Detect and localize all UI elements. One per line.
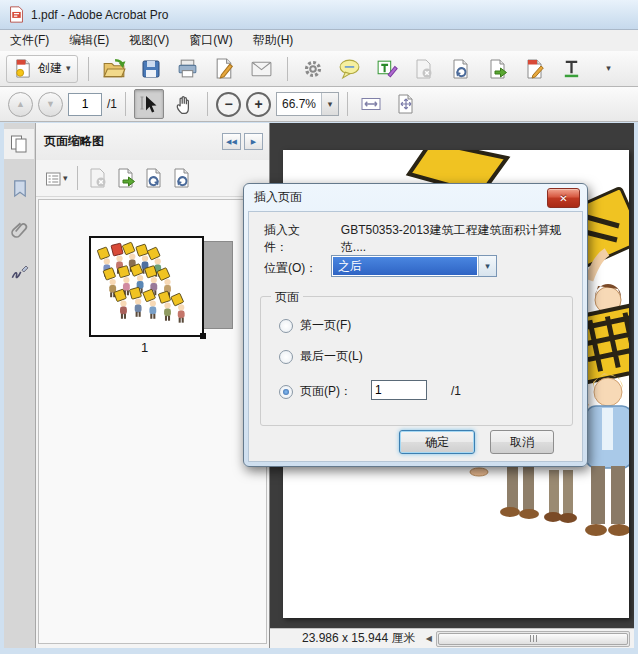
toolbar-separator — [287, 57, 288, 81]
save-floppy-icon — [140, 58, 162, 80]
paperclip-icon — [9, 220, 30, 241]
attachments-panel-button[interactable] — [4, 215, 34, 245]
menu-window[interactable]: 窗口(W) — [179, 30, 242, 51]
dialog-title-bar[interactable]: 插入页面 — [244, 184, 587, 210]
redact-button[interactable] — [520, 54, 550, 84]
gear-icon — [302, 58, 324, 80]
toolbar-overflow-button[interactable]: ▾ — [594, 54, 624, 84]
export-page-icon[interactable] — [115, 167, 137, 189]
comment-button[interactable] — [335, 54, 365, 84]
menu-help[interactable]: 帮助(H) — [243, 30, 304, 51]
signature-icon — [9, 262, 30, 283]
rotate-right-page-icon[interactable] — [171, 167, 193, 189]
radio-last-page-label: 最后一页(L) — [300, 348, 363, 365]
open-folder-icon — [102, 57, 126, 81]
cancel-button-label: 取消 — [510, 434, 534, 451]
hand-tool-button[interactable] — [169, 89, 199, 119]
zoom-level-combo[interactable]: 66.7% ▾ — [276, 92, 339, 116]
email-button[interactable] — [247, 54, 277, 84]
insert-pages-dialog: 插入页面 ✕ 插入文件： GBT50353-2013建筑工程建筑面积计算规范..… — [243, 183, 588, 467]
forward-icon: ▶ — [251, 138, 256, 146]
delete-page-icon — [413, 58, 435, 80]
radio-circle-icon[interactable] — [279, 350, 293, 364]
highlight-text-button[interactable] — [372, 54, 402, 84]
title-bar[interactable]: 1.pdf - Adobe Acrobat Pro — [0, 0, 638, 30]
signatures-panel-button[interactable] — [4, 257, 34, 287]
dialog-close-button[interactable]: ✕ — [547, 188, 580, 208]
chevron-down-icon: ▾ — [63, 174, 68, 183]
save-button[interactable] — [136, 54, 166, 84]
page-1-thumbnail[interactable] — [89, 236, 204, 337]
open-file-button[interactable] — [99, 54, 129, 84]
create-pdf-button[interactable]: 创建 ▾ — [6, 55, 78, 83]
page-groupbox: 页面 第一页(F) 最后一页(L) 页面(P)： /1 — [260, 296, 573, 426]
arrow-down-icon: ▼ — [46, 99, 55, 109]
insert-file-label: 插入文件： — [264, 222, 323, 256]
position-dropdown-button[interactable]: ▾ — [478, 256, 496, 276]
radio-circle-icon[interactable] — [279, 319, 293, 333]
thumbnail-resize-handle[interactable] — [200, 333, 206, 339]
insert-file-value: GBT50353-2013建筑工程建筑面积计算规范.... — [341, 222, 582, 256]
zoom-in-button[interactable]: + — [246, 92, 271, 117]
previous-page-button: ▲ — [8, 92, 33, 117]
delete-page-icon — [87, 167, 109, 189]
toolbar-separator — [207, 92, 208, 116]
drag-ghost-page — [200, 241, 233, 329]
settings-button[interactable] — [298, 54, 328, 84]
horizontal-scrollbar[interactable] — [436, 631, 630, 647]
fit-width-button[interactable] — [356, 89, 386, 119]
page-number-input[interactable] — [68, 93, 102, 116]
horizontal-scrollbar-thumb[interactable] — [438, 633, 628, 645]
ok-button[interactable]: 确定 — [399, 430, 475, 454]
page-nav-toolbar: ▲ ▼ /1 − + 66.7% ▾ — [0, 87, 638, 122]
redact-page-icon — [524, 58, 546, 80]
menu-file[interactable]: 文件(F) — [0, 30, 59, 51]
radio-first-page-label: 第一页(F) — [300, 317, 351, 334]
fit-page-button[interactable] — [391, 89, 421, 119]
select-tool-button[interactable] — [134, 89, 164, 119]
panel-title: 页面缩略图 — [44, 133, 104, 150]
chevron-down-icon: ▾ — [66, 64, 71, 73]
zoom-dropdown-button[interactable]: ▾ — [321, 93, 338, 115]
page-thumbnails-panel-button[interactable] — [4, 129, 34, 159]
radio-circle-selected-icon[interactable] — [279, 385, 293, 399]
left-arrow-icon: ◀ — [426, 634, 432, 643]
page-count-label: /1 — [107, 97, 117, 111]
menu-edit[interactable]: 编辑(E) — [59, 30, 119, 51]
cancel-button[interactable]: 取消 — [490, 430, 554, 454]
thumbnails-area: 1 — [38, 199, 267, 644]
rotate-pages-button[interactable] — [446, 54, 476, 84]
radio-last-page[interactable]: 最后一页(L) — [279, 348, 363, 365]
delete-pages-button-disabled — [409, 54, 439, 84]
next-page-button: ▼ — [38, 92, 63, 117]
radio-first-page[interactable]: 第一页(F) — [279, 317, 351, 334]
export-page-button[interactable] — [483, 54, 513, 84]
add-text-button[interactable] — [557, 54, 587, 84]
dialog-page-number-input[interactable] — [371, 380, 427, 400]
radio-page-number[interactable]: 页面(P)： — [279, 383, 352, 400]
arrow-up-icon: ▲ — [16, 99, 25, 109]
scroll-left-button[interactable]: ◀ — [422, 634, 436, 643]
scrollbar-grip — [533, 635, 534, 642]
rotate-left-page-icon[interactable] — [143, 167, 165, 189]
rotate-page-icon — [450, 58, 472, 80]
status-bar: 23.986 x 15.944 厘米 ◀ — [270, 628, 634, 648]
chevron-down-icon: ▾ — [606, 64, 611, 73]
expand-panel-button[interactable]: ▶ — [244, 133, 263, 150]
underlined-t-icon — [561, 58, 582, 79]
print-button[interactable] — [173, 54, 203, 84]
zoom-out-button[interactable]: − — [216, 92, 241, 117]
export-page-icon — [487, 58, 509, 80]
menu-bar: 文件(F) 编辑(E) 视图(V) 窗口(W) 帮助(H) — [0, 30, 638, 52]
bookmarks-panel-button[interactable] — [4, 173, 34, 203]
thumbnail-options-button[interactable]: ▾ — [44, 169, 68, 188]
sign-document-button[interactable] — [210, 54, 240, 84]
close-icon: ✕ — [559, 193, 567, 204]
menu-view[interactable]: 视图(V) — [119, 30, 179, 51]
thumbnail-page-number: 1 — [89, 340, 200, 355]
collapse-panel-button[interactable]: ◀◀ — [222, 133, 241, 150]
toolbar-separator — [125, 92, 126, 116]
toolbar-separator — [77, 166, 78, 190]
pages-icon — [8, 133, 30, 155]
position-select[interactable]: 之后 ▾ — [331, 255, 497, 277]
